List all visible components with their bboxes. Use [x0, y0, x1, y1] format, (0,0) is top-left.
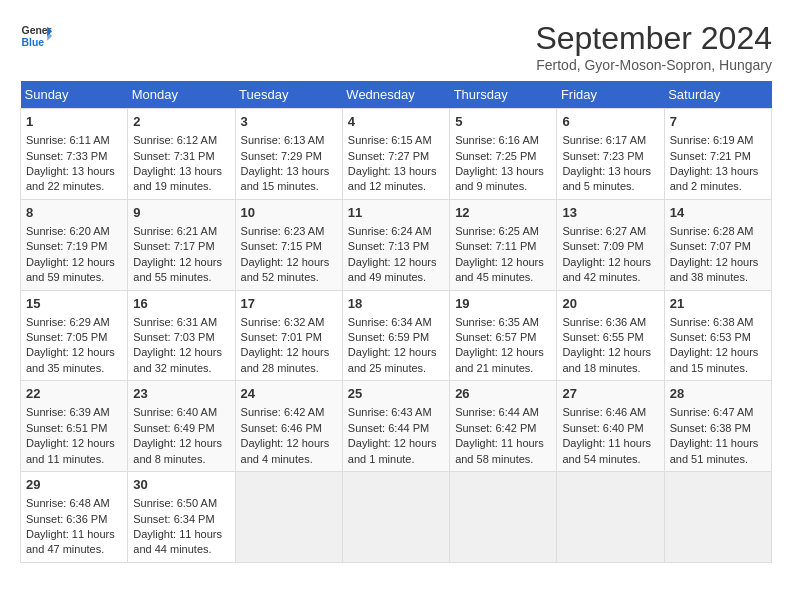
day-info: and 51 minutes.	[670, 452, 766, 467]
day-info: Sunrise: 6:44 AM	[455, 405, 551, 420]
day-info: Daylight: 12 hours	[241, 345, 337, 360]
day-info: Sunrise: 6:11 AM	[26, 133, 122, 148]
day-info: Sunset: 7:31 PM	[133, 149, 229, 164]
day-info: Sunset: 7:29 PM	[241, 149, 337, 164]
day-info: Sunset: 6:36 PM	[26, 512, 122, 527]
calendar-day-22: 22Sunrise: 6:39 AMSunset: 6:51 PMDayligh…	[21, 381, 128, 472]
day-info: and 47 minutes.	[26, 542, 122, 557]
day-info: Daylight: 12 hours	[133, 436, 229, 451]
day-info: Sunrise: 6:48 AM	[26, 496, 122, 511]
day-info: Sunrise: 6:20 AM	[26, 224, 122, 239]
calendar-day-21: 21Sunrise: 6:38 AMSunset: 6:53 PMDayligh…	[664, 290, 771, 381]
day-info: Sunset: 6:42 PM	[455, 421, 551, 436]
calendar-day-13: 13Sunrise: 6:27 AMSunset: 7:09 PMDayligh…	[557, 199, 664, 290]
calendar-day-9: 9Sunrise: 6:21 AMSunset: 7:17 PMDaylight…	[128, 199, 235, 290]
day-number: 10	[241, 204, 337, 222]
day-number: 22	[26, 385, 122, 403]
day-info: and 21 minutes.	[455, 361, 551, 376]
calendar-day-1: 1Sunrise: 6:11 AMSunset: 7:33 PMDaylight…	[21, 109, 128, 200]
calendar-day-26: 26Sunrise: 6:44 AMSunset: 6:42 PMDayligh…	[450, 381, 557, 472]
day-info: Sunset: 7:07 PM	[670, 239, 766, 254]
day-info: Sunrise: 6:43 AM	[348, 405, 444, 420]
day-info: Sunset: 6:38 PM	[670, 421, 766, 436]
calendar-day-empty	[557, 472, 664, 563]
day-number: 7	[670, 113, 766, 131]
day-info: Daylight: 11 hours	[133, 527, 229, 542]
day-info: Daylight: 12 hours	[455, 345, 551, 360]
day-info: Sunrise: 6:36 AM	[562, 315, 658, 330]
day-info: and 12 minutes.	[348, 179, 444, 194]
day-info: Sunrise: 6:46 AM	[562, 405, 658, 420]
day-info: and 15 minutes.	[241, 179, 337, 194]
day-info: Sunset: 7:25 PM	[455, 149, 551, 164]
calendar-day-6: 6Sunrise: 6:17 AMSunset: 7:23 PMDaylight…	[557, 109, 664, 200]
day-info: Sunrise: 6:23 AM	[241, 224, 337, 239]
calendar-week-1: 1Sunrise: 6:11 AMSunset: 7:33 PMDaylight…	[21, 109, 772, 200]
day-number: 1	[26, 113, 122, 131]
calendar-day-empty	[450, 472, 557, 563]
day-info: and 35 minutes.	[26, 361, 122, 376]
day-info: Daylight: 13 hours	[670, 164, 766, 179]
day-info: Daylight: 11 hours	[670, 436, 766, 451]
day-number: 21	[670, 295, 766, 313]
day-number: 6	[562, 113, 658, 131]
day-info: Daylight: 12 hours	[562, 255, 658, 270]
calendar-day-17: 17Sunrise: 6:32 AMSunset: 7:01 PMDayligh…	[235, 290, 342, 381]
day-number: 23	[133, 385, 229, 403]
day-info: and 5 minutes.	[562, 179, 658, 194]
calendar-day-7: 7Sunrise: 6:19 AMSunset: 7:21 PMDaylight…	[664, 109, 771, 200]
day-info: Sunset: 6:51 PM	[26, 421, 122, 436]
day-info: Sunset: 6:34 PM	[133, 512, 229, 527]
day-info: and 45 minutes.	[455, 270, 551, 285]
day-info: Sunset: 7:01 PM	[241, 330, 337, 345]
day-info: and 15 minutes.	[670, 361, 766, 376]
day-number: 24	[241, 385, 337, 403]
day-info: and 1 minute.	[348, 452, 444, 467]
day-info: and 54 minutes.	[562, 452, 658, 467]
calendar-week-3: 15Sunrise: 6:29 AMSunset: 7:05 PMDayligh…	[21, 290, 772, 381]
day-info: Sunrise: 6:17 AM	[562, 133, 658, 148]
calendar-day-23: 23Sunrise: 6:40 AMSunset: 6:49 PMDayligh…	[128, 381, 235, 472]
day-info: Sunset: 6:59 PM	[348, 330, 444, 345]
day-number: 9	[133, 204, 229, 222]
day-info: Sunset: 7:27 PM	[348, 149, 444, 164]
day-number: 25	[348, 385, 444, 403]
day-number: 20	[562, 295, 658, 313]
day-info: Daylight: 13 hours	[562, 164, 658, 179]
day-info: Sunrise: 6:13 AM	[241, 133, 337, 148]
day-number: 13	[562, 204, 658, 222]
day-info: and 2 minutes.	[670, 179, 766, 194]
day-info: and 9 minutes.	[455, 179, 551, 194]
calendar-day-30: 30Sunrise: 6:50 AMSunset: 6:34 PMDayligh…	[128, 472, 235, 563]
day-number: 17	[241, 295, 337, 313]
day-info: Sunset: 7:13 PM	[348, 239, 444, 254]
day-info: and 25 minutes.	[348, 361, 444, 376]
day-info: and 52 minutes.	[241, 270, 337, 285]
day-info: Daylight: 13 hours	[241, 164, 337, 179]
day-info: Sunset: 7:15 PM	[241, 239, 337, 254]
calendar-day-5: 5Sunrise: 6:16 AMSunset: 7:25 PMDaylight…	[450, 109, 557, 200]
day-info: and 59 minutes.	[26, 270, 122, 285]
day-info: Sunrise: 6:16 AM	[455, 133, 551, 148]
day-info: Sunrise: 6:15 AM	[348, 133, 444, 148]
day-info: Daylight: 13 hours	[348, 164, 444, 179]
day-info: Daylight: 11 hours	[455, 436, 551, 451]
day-info: and 32 minutes.	[133, 361, 229, 376]
day-info: and 19 minutes.	[133, 179, 229, 194]
day-info: Daylight: 12 hours	[133, 255, 229, 270]
day-info: Sunset: 7:05 PM	[26, 330, 122, 345]
calendar-day-16: 16Sunrise: 6:31 AMSunset: 7:03 PMDayligh…	[128, 290, 235, 381]
day-info: Daylight: 12 hours	[455, 255, 551, 270]
day-info: and 44 minutes.	[133, 542, 229, 557]
location: Fertod, Gyor-Moson-Sopron, Hungary	[535, 57, 772, 73]
calendar-week-2: 8Sunrise: 6:20 AMSunset: 7:19 PMDaylight…	[21, 199, 772, 290]
day-info: Daylight: 12 hours	[241, 255, 337, 270]
day-info: Daylight: 11 hours	[562, 436, 658, 451]
day-info: Sunrise: 6:42 AM	[241, 405, 337, 420]
day-number: 16	[133, 295, 229, 313]
day-info: Sunrise: 6:21 AM	[133, 224, 229, 239]
day-info: Sunset: 6:53 PM	[670, 330, 766, 345]
day-number: 29	[26, 476, 122, 494]
day-info: Sunset: 6:46 PM	[241, 421, 337, 436]
calendar-day-19: 19Sunrise: 6:35 AMSunset: 6:57 PMDayligh…	[450, 290, 557, 381]
